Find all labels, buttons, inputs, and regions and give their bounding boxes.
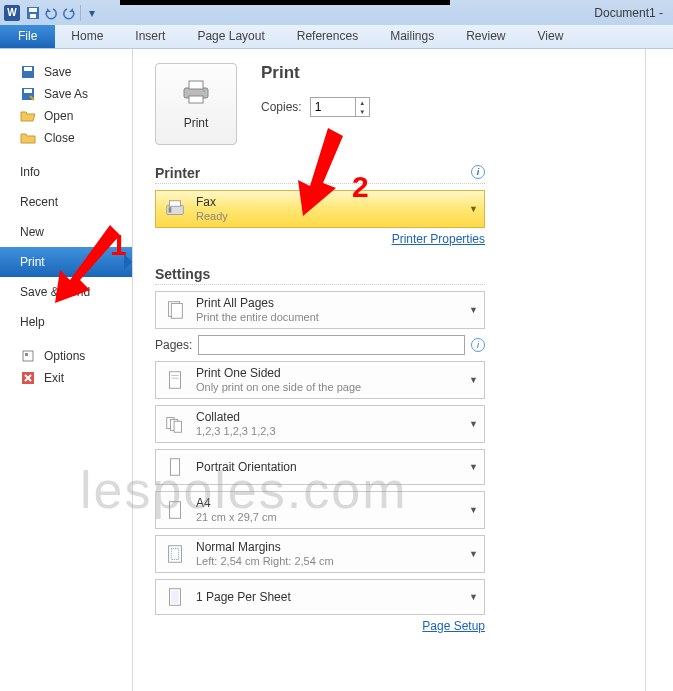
- pages-info-icon[interactable]: i: [471, 338, 485, 352]
- page-setup-link[interactable]: Page Setup: [155, 619, 485, 633]
- backstage-sidebar: Save Save As Open Close Info Recent New …: [0, 49, 132, 691]
- tab-insert[interactable]: Insert: [119, 25, 181, 48]
- tab-mailings[interactable]: Mailings: [374, 25, 450, 48]
- redo-qat-icon[interactable]: [60, 4, 78, 22]
- setting-title: A4: [196, 496, 469, 510]
- printer-status: Ready: [196, 210, 469, 223]
- sidebar-item-label: Save & Send: [20, 285, 90, 299]
- tab-home[interactable]: Home: [55, 25, 119, 48]
- qat-separator: [80, 5, 81, 21]
- svg-rect-12: [189, 96, 203, 103]
- setting-subtitle: Print the entire document: [196, 311, 469, 324]
- tab-references[interactable]: References: [281, 25, 374, 48]
- print-panel: Print Print Copies: ▲ ▼ Printer: [132, 49, 673, 691]
- sidebar-item-label: Help: [20, 315, 45, 329]
- tab-page-layout[interactable]: Page Layout: [181, 25, 280, 48]
- setting-title: Normal Margins: [196, 540, 469, 554]
- svg-rect-1: [29, 8, 37, 12]
- pages-per-sheet-dropdown[interactable]: 1 Page Per Sheet ▼: [155, 579, 485, 615]
- setting-title: Collated: [196, 410, 469, 424]
- collate-dropdown[interactable]: Collated 1,2,3 1,2,3 1,2,3 ▼: [155, 405, 485, 443]
- save-icon: [20, 64, 36, 80]
- pages-label: Pages:: [155, 338, 192, 352]
- setting-subtitle: Only print on one side of the page: [196, 381, 469, 394]
- orientation-dropdown[interactable]: Portrait Orientation ▼: [155, 449, 485, 485]
- document-title: Document1 -: [594, 6, 663, 20]
- svg-rect-18: [171, 304, 182, 319]
- sidebar-exit[interactable]: Exit: [0, 367, 132, 389]
- svg-rect-2: [30, 14, 36, 18]
- one-sided-icon: [162, 367, 188, 393]
- chevron-down-icon: ▼: [469, 505, 478, 515]
- margins-icon: [162, 541, 188, 567]
- sidebar-item-label: Exit: [44, 371, 64, 385]
- sidebar-save[interactable]: Save: [0, 61, 132, 83]
- printer-properties-link[interactable]: Printer Properties: [155, 232, 485, 246]
- sidebar-item-label: Close: [44, 131, 75, 145]
- chevron-down-icon: ▼: [469, 419, 478, 429]
- setting-title: Print All Pages: [196, 296, 469, 310]
- one-per-sheet-icon: [162, 584, 188, 610]
- copies-label: Copies:: [261, 100, 302, 114]
- sidebar-item-label: New: [20, 225, 44, 239]
- sidebar-save-as[interactable]: Save As: [0, 83, 132, 105]
- copies-up-icon[interactable]: ▲: [356, 98, 369, 107]
- chevron-down-icon: ▼: [469, 549, 478, 559]
- margins-dropdown[interactable]: Normal Margins Left: 2,54 cm Right: 2,54…: [155, 535, 485, 573]
- sidebar-options[interactable]: Options: [0, 345, 132, 367]
- sidebar-print[interactable]: Print: [0, 247, 132, 277]
- svg-rect-15: [170, 201, 181, 207]
- sidebar-help[interactable]: Help: [0, 307, 132, 337]
- setting-subtitle: 1,2,3 1,2,3 1,2,3: [196, 425, 469, 438]
- sidebar-item-label: Recent: [20, 195, 58, 209]
- paper-icon: [162, 497, 188, 523]
- qat-customize-icon[interactable]: ▾: [83, 4, 101, 22]
- print-preview-area: [646, 49, 673, 691]
- svg-rect-11: [189, 81, 203, 89]
- svg-point-13: [203, 90, 205, 92]
- sides-dropdown[interactable]: Print One Sided Only print on one side o…: [155, 361, 485, 399]
- sidebar-open[interactable]: Open: [0, 105, 132, 127]
- copies-input[interactable]: [311, 100, 355, 114]
- undo-qat-icon[interactable]: [42, 4, 60, 22]
- tab-file[interactable]: File: [0, 25, 55, 48]
- sidebar-close[interactable]: Close: [0, 127, 132, 149]
- svg-rect-26: [170, 502, 181, 519]
- svg-rect-25: [170, 459, 179, 476]
- sidebar-info[interactable]: Info: [0, 157, 132, 187]
- chevron-down-icon: ▼: [469, 305, 478, 315]
- tab-review[interactable]: Review: [450, 25, 521, 48]
- paper-size-dropdown[interactable]: A4 21 cm x 29,7 cm ▼: [155, 491, 485, 529]
- copies-down-icon[interactable]: ▼: [356, 107, 369, 116]
- collated-icon: [162, 411, 188, 437]
- sidebar-recent[interactable]: Recent: [0, 187, 132, 217]
- sidebar-item-label: Options: [44, 349, 85, 363]
- svg-rect-19: [170, 372, 181, 389]
- chevron-down-icon: ▼: [469, 375, 478, 385]
- save-qat-icon[interactable]: [24, 4, 42, 22]
- svg-rect-4: [24, 67, 32, 71]
- chevron-down-icon: ▼: [469, 204, 478, 214]
- sidebar-item-label: Save As: [44, 87, 88, 101]
- pages-input[interactable]: [198, 335, 465, 355]
- sidebar-item-label: Info: [20, 165, 40, 179]
- printer-section-title: Printer i: [155, 165, 485, 184]
- print-range-dropdown[interactable]: Print All Pages Print the entire documen…: [155, 291, 485, 329]
- chevron-down-icon: ▼: [469, 592, 478, 602]
- title-bar-overlay: [120, 0, 450, 5]
- printer-dropdown[interactable]: Fax Ready ▼: [155, 190, 485, 228]
- settings-section-label: Settings: [155, 266, 210, 282]
- print-button-label: Print: [184, 116, 209, 130]
- setting-subtitle: 21 cm x 29,7 cm: [196, 511, 469, 524]
- printer-name: Fax: [196, 195, 469, 209]
- print-button[interactable]: Print: [155, 63, 237, 145]
- svg-rect-24: [174, 421, 181, 432]
- chevron-down-icon: ▼: [469, 462, 478, 472]
- printer-info-icon[interactable]: i: [471, 165, 485, 179]
- copies-spinner[interactable]: ▲ ▼: [310, 97, 370, 117]
- sidebar-item-label: Save: [44, 65, 71, 79]
- sidebar-new[interactable]: New: [0, 217, 132, 247]
- save-as-icon: [20, 86, 36, 102]
- sidebar-save-send[interactable]: Save & Send: [0, 277, 132, 307]
- tab-view[interactable]: View: [522, 25, 580, 48]
